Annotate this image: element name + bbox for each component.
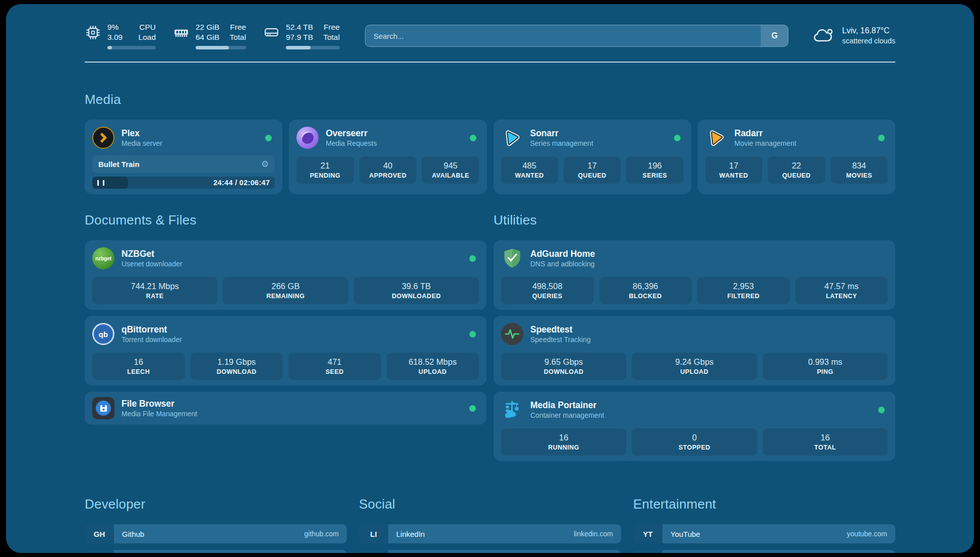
stat-tile: 16 LEECH (92, 353, 185, 380)
filebrowser-icon (92, 397, 114, 419)
disk-free-value: 52.4 TB (286, 22, 313, 32)
radarr-card[interactable]: Radarr Movie management 17 WANTED 22 QUE… (698, 120, 895, 194)
adguard-title: AdGuard Home (530, 248, 595, 260)
filebrowser-status-dot (469, 405, 476, 412)
documents-section-title: Documents & Files (85, 212, 486, 228)
media-section-title: Media (85, 92, 895, 107)
portainer-crane-icon (501, 399, 523, 421)
cpu-load-label: Load (139, 32, 156, 42)
disk-meter (286, 46, 340, 49)
link-youtube[interactable]: YT YouTube youtube.com (633, 524, 895, 543)
speedtest-subtitle: Speedtest Tracking (530, 335, 591, 344)
cpu-load-value: 3.09 (107, 32, 122, 42)
radarr-title: Radarr (734, 128, 797, 139)
qbittorrent-title: qBittorrent (121, 324, 182, 336)
stat-tile: 17 QUEUED (564, 156, 621, 184)
portainer-subtitle: Container management (530, 411, 604, 420)
stat-tile: 17 WANTED (705, 156, 762, 184)
stat-tile: 618.52 Mbps UPLOAD (387, 353, 479, 380)
search-bar: G (365, 25, 789, 47)
radarr-status-dot (878, 135, 885, 141)
portainer-card[interactable]: Media Portainer Container management 16 … (494, 392, 895, 461)
link-github[interactable]: GH Github github.com (85, 524, 347, 543)
stat-tile: 1.19 Gbps DOWNLOAD (191, 353, 283, 380)
nzbget-status-dot (469, 255, 476, 262)
disk-free-label: Free (323, 22, 340, 32)
pause-icon[interactable] (97, 180, 104, 186)
stat-tile: 16 TOTAL (763, 428, 888, 456)
section-entertainment: Entertainment YT YouTube youtube.com NF … (633, 496, 895, 553)
plex-card[interactable]: Plex Media server Bullet Train ⚙ 24:44 /… (85, 120, 282, 194)
stat-tile: 2,953 FILTERED (697, 277, 790, 304)
now-playing-row: Bullet Train ⚙ (92, 155, 275, 173)
overseerr-icon (296, 127, 319, 149)
section-utilities: Utilities AdGuard Home DNS and adblockin… (494, 212, 895, 461)
filebrowser-card[interactable]: File Browser Media File Management (85, 392, 486, 425)
adguard-subtitle: DNS and adblocking (530, 259, 595, 268)
weather-condition: scattered clouds (842, 36, 895, 46)
top-bar: 9% 3.09 CPU Load (85, 20, 895, 51)
stat-tile: 196 SERIES (626, 156, 683, 184)
now-playing-title: Bullet Train (98, 160, 140, 169)
nzbget-card[interactable]: nzbget NZBGet Usenet downloader 744.21 M… (85, 240, 486, 310)
stat-tile: 9.65 Gbps DOWNLOAD (501, 353, 626, 380)
topbar-divider (85, 62, 895, 63)
playback-time: 24:44 / 02:06:47 (213, 179, 270, 187)
stat-tile: 9.24 Gbps UPLOAD (632, 353, 757, 380)
sonarr-status-dot (674, 135, 681, 141)
radarr-icon (705, 127, 727, 149)
sonarr-icon (501, 127, 523, 149)
stat-tile: 744.21 Mbps RATE (92, 277, 217, 304)
plex-icon (92, 127, 114, 149)
stat-tile: 39.6 TB DOWNLOADED (354, 277, 479, 304)
portainer-title: Media Portainer (530, 400, 604, 411)
qbittorrent-subtitle: Torrent downloader (121, 335, 182, 344)
plex-title: Plex (121, 128, 162, 139)
link-twitter[interactable]: TW Twitter twitter.com (359, 550, 621, 553)
dashboard-panel: 9% 3.09 CPU Load (6, 4, 974, 553)
weather-location: Lviv, 16.87°C (842, 25, 895, 36)
qbittorrent-card[interactable]: qb qBittorrent Torrent downloader 16 LEE… (85, 316, 486, 385)
cpu-usage-value: 9% (107, 22, 122, 32)
link-linkedin[interactable]: LI LinkedIn linkedin.com (359, 524, 621, 543)
adguard-shield-icon (501, 247, 523, 269)
overseerr-card[interactable]: Overseerr Media Requests 21 PENDING 40 A… (289, 120, 486, 194)
memory-total-label: Total (229, 32, 246, 42)
stat-tile: 0.993 ms PING (763, 353, 888, 380)
section-media: Media Plex Media server (85, 92, 895, 194)
adguard-card[interactable]: AdGuard Home DNS and adblocking 498,508 … (494, 240, 895, 310)
filebrowser-subtitle: Media File Management (121, 409, 197, 418)
link-netflix[interactable]: NF Netflix netflix.com (633, 550, 895, 553)
search-engine-button[interactable]: G (761, 25, 788, 46)
sonarr-card[interactable]: Sonarr Series management 485 WANTED 17 Q… (494, 120, 691, 194)
link-stackoverflow[interactable]: SO StackOverflow stackoverflow.com (85, 550, 347, 553)
speedtest-pulse-icon (501, 323, 523, 345)
sonarr-subtitle: Series management (530, 139, 593, 148)
portainer-status-dot (878, 407, 885, 413)
speedtest-card[interactable]: Speedtest Speedtest Tracking 9.65 Gbps D… (494, 316, 895, 385)
stat-tile: 47.57 ms LATENCY (795, 277, 888, 304)
stat-tile: 834 MOVIES (831, 156, 888, 184)
disk-total-label: Total (323, 32, 340, 42)
memory-meter (196, 46, 246, 49)
entertainment-section-title: Entertainment (633, 496, 895, 512)
cpu-icon (85, 24, 101, 43)
disk-total-value: 97.9 TB (286, 32, 313, 42)
stat-tile: 21 PENDING (296, 156, 353, 184)
cpu-usage-label: CPU (139, 22, 156, 32)
qbittorrent-status-dot (469, 331, 476, 338)
memory-widget: 22 GiB 64 GiB Free Total (173, 22, 246, 50)
developer-section-title: Developer (85, 496, 347, 512)
filebrowser-title: File Browser (121, 398, 197, 410)
overseerr-title: Overseerr (326, 128, 377, 139)
playback-progress-bar[interactable]: 24:44 / 02:06:47 (92, 177, 275, 189)
memory-free-label: Free (229, 22, 246, 32)
stream-settings-gear-icon[interactable]: ⚙ (261, 160, 269, 169)
stat-tile: 266 GB REMAINING (223, 277, 348, 304)
cpu-meter (107, 46, 156, 49)
disk-icon (263, 24, 280, 43)
section-social: Social LI LinkedIn linkedin.com TW Twitt… (359, 496, 621, 553)
cpu-widget: 9% 3.09 CPU Load (85, 22, 156, 50)
speedtest-title: Speedtest (530, 324, 591, 336)
search-input[interactable] (365, 25, 761, 46)
